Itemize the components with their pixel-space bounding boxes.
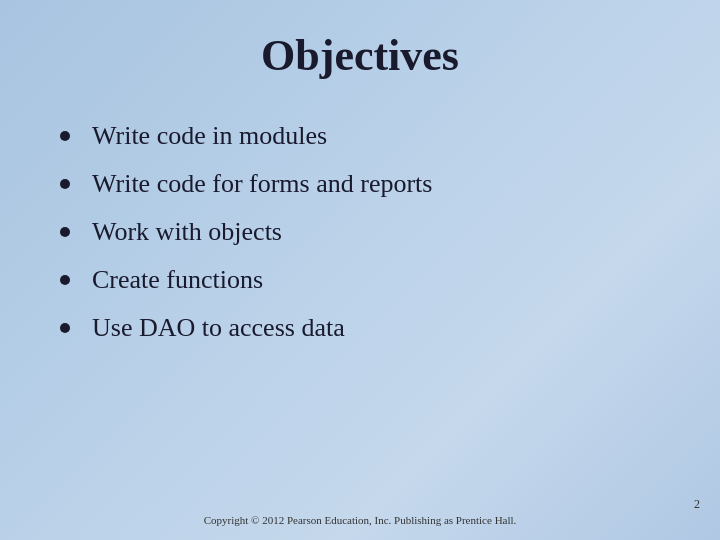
slide: Objectives Write code in modulesWrite co… <box>0 0 720 540</box>
list-item: Work with objects <box>60 217 660 247</box>
list-item: Use DAO to access data <box>60 313 660 343</box>
bullet-text: Write code for forms and reports <box>92 169 432 199</box>
list-item: Write code in modules <box>60 121 660 151</box>
list-item: Write code for forms and reports <box>60 169 660 199</box>
list-item: Create functions <box>60 265 660 295</box>
bullet-dot-icon <box>60 131 70 141</box>
bullet-text: Work with objects <box>92 217 282 247</box>
bullet-text: Use DAO to access data <box>92 313 345 343</box>
page-number: 2 <box>694 497 700 512</box>
bullet-dot-icon <box>60 275 70 285</box>
bullet-list: Write code in modulesWrite code for form… <box>60 121 660 361</box>
copyright-text: Copyright © 2012 Pearson Education, Inc.… <box>60 514 660 526</box>
bullet-dot-icon <box>60 323 70 333</box>
content-area: Write code in modulesWrite code for form… <box>60 111 660 520</box>
footer: Copyright © 2012 Pearson Education, Inc.… <box>0 514 720 526</box>
bullet-dot-icon <box>60 179 70 189</box>
bullet-dot-icon <box>60 227 70 237</box>
bullet-text: Create functions <box>92 265 263 295</box>
slide-title: Objectives <box>261 30 459 81</box>
bullet-text: Write code in modules <box>92 121 327 151</box>
